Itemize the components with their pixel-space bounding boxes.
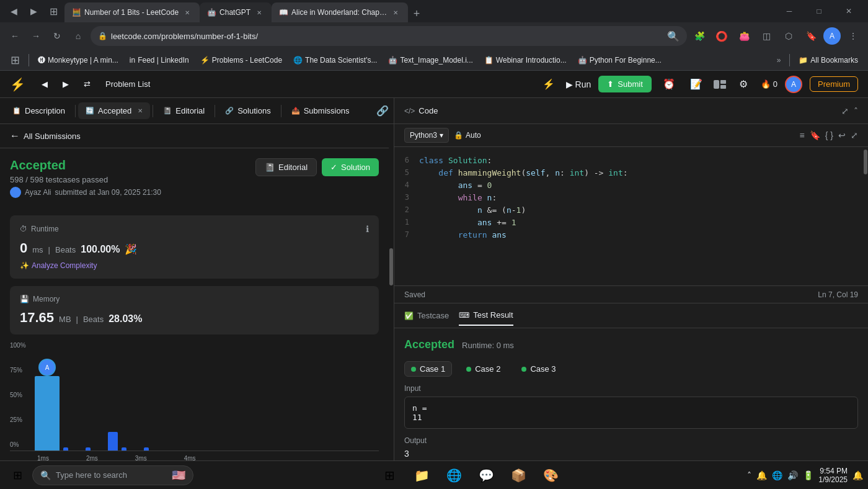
tab-close-chatgpt[interactable]: ✕ — [254, 7, 264, 17]
profile-avatar[interactable]: A — [823, 27, 841, 45]
taskbar-file-explorer[interactable]: 📁 — [409, 462, 436, 489]
apps-btn[interactable]: ⊞ — [5, 50, 25, 70]
language-selector[interactable]: Python3 ▾ — [404, 128, 449, 143]
chevron-up-icon[interactable]: ˄ — [747, 470, 751, 480]
bookmark-icon[interactable]: 🔖 — [801, 26, 821, 46]
tab-alice[interactable]: 📖 Alice in Wonderland: Chapter 1 ✕ — [272, 2, 408, 22]
nav-shuffle-btn[interactable]: ⇄ — [78, 76, 97, 92]
bookmark-python[interactable]: 🤖 Python For Beginne... — [573, 53, 666, 67]
tab-description[interactable]: 📋 Description — [5, 102, 73, 119]
browser-grid-btn[interactable]: ⊞ — [45, 2, 62, 20]
menu-btn[interactable]: ⋮ — [843, 26, 863, 46]
problem-list-btn[interactable]: Problem List — [99, 76, 156, 92]
extensions2-icon[interactable]: ⬡ — [779, 26, 799, 46]
auto-badge: 🔒 Auto — [454, 131, 481, 140]
close-btn[interactable]: ✕ — [835, 0, 863, 22]
bookmark-datascientist[interactable]: 🌐 The Data Scientist's... — [288, 53, 382, 67]
tab-chatgpt[interactable]: 🤖 ChatGPT ✕ — [200, 2, 272, 22]
refresh-btn[interactable]: ↻ — [47, 26, 67, 46]
taskbar-apps-btn[interactable]: ⊞ — [376, 462, 404, 489]
premium-button[interactable]: Premium — [810, 76, 858, 92]
share-icon[interactable]: 🔗 — [376, 105, 389, 117]
lc-profile-avatar[interactable]: A — [785, 76, 802, 93]
network-icon[interactable]: 🌐 — [772, 470, 782, 480]
taskbar-edge[interactable]: 🌐 — [441, 462, 468, 489]
nav-next-btn[interactable]: ▶ — [56, 76, 75, 92]
fullscreen-icon[interactable]: ⤢ — [851, 130, 858, 140]
analyze-complexity-link[interactable]: ✨ Analyze Complexity — [20, 261, 369, 270]
layout-btn[interactable] — [714, 80, 726, 89]
bookmark-webinar[interactable]: 📋 Webinar Introductio... — [479, 53, 572, 67]
format-icon[interactable]: { } — [825, 130, 833, 140]
tab-accepted-close[interactable]: ✕ — [138, 107, 143, 114]
code-editor[interactable]: 6 class Solution: 5 def hammingWeight(se… — [394, 147, 863, 285]
address-bar[interactable]: 🔒 leetcode.com/problems/number-of-1-bits… — [91, 26, 687, 46]
tab-testcase[interactable]: ✅ Testcase — [404, 306, 449, 325]
undo-icon[interactable]: ↩ — [838, 130, 846, 140]
browser-back-btn[interactable]: ◀ — [5, 2, 22, 20]
left-scroll-thumb[interactable] — [389, 248, 393, 285]
run-button[interactable]: ▶ Run — [566, 79, 591, 89]
taskbar-chrome[interactable]: 🎨 — [538, 462, 565, 489]
more-bookmarks-btn[interactable]: » — [772, 53, 786, 67]
all-bookmarks-btn[interactable]: 📁 All Bookmarks — [794, 53, 863, 67]
bookmark-linkedin[interactable]: in Feed | LinkedIn — [125, 53, 194, 67]
minimize-btn[interactable]: ─ — [775, 0, 804, 22]
tab-submissions[interactable]: 📤 Submissions — [284, 102, 357, 119]
code-scroll-thumb[interactable] — [864, 150, 867, 174]
bookmark-monkeytype[interactable]: 🅜 Monkeytype | A min... — [33, 53, 123, 67]
submit-button[interactable]: ⬆ Submit — [598, 76, 651, 92]
bookmark-textimage[interactable]: 🤖 Text_Image_Model.i... — [383, 53, 477, 67]
bookmark-problems[interactable]: ⚡ Problems - LeetCode — [195, 53, 287, 67]
collapse-btn[interactable]: ˄ — [854, 106, 858, 116]
list-icon[interactable]: ≡ — [800, 130, 805, 140]
tab-close-leetcode[interactable]: ✕ — [182, 7, 192, 17]
maximize-btn[interactable]: □ — [805, 0, 833, 22]
memory-unit: MB — [59, 315, 71, 324]
back-arrow-btn[interactable]: ← — [5, 26, 25, 46]
case-tab-2[interactable]: Case 2 — [459, 361, 507, 377]
forward-arrow-btn[interactable]: → — [26, 26, 46, 46]
browser-forward-btn[interactable]: ▶ — [25, 2, 42, 20]
new-tab-btn[interactable]: + — [408, 5, 425, 22]
nav-prev-btn[interactable]: ◀ — [35, 76, 54, 92]
python-icon: 🤖 — [578, 56, 587, 65]
extensions-btn[interactable]: 🧩 — [689, 26, 709, 46]
back-link[interactable]: ← All Submissions — [10, 130, 81, 141]
battery-icon[interactable]: 🔋 — [803, 470, 813, 480]
tab-leetcode[interactable]: 🧮 Number of 1 Bits - LeetCode ✕ — [64, 2, 200, 22]
tab-testresult[interactable]: ⌨ Test Result — [459, 305, 513, 326]
wallet-icon[interactable]: 👛 — [734, 26, 754, 46]
case-tab-3[interactable]: Case 3 — [515, 361, 562, 377]
sidebar-icon[interactable]: ◫ — [756, 26, 776, 46]
opera-icon[interactable]: ⭕ — [712, 26, 732, 46]
code-scrollbar[interactable] — [863, 147, 868, 285]
settings-btn[interactable]: ⚙ — [733, 74, 753, 94]
notification-bell-icon[interactable]: 🔔 — [852, 470, 863, 480]
editorial-button[interactable]: 📓 Editorial — [255, 158, 317, 176]
sound-icon[interactable]: 🔊 — [787, 470, 798, 480]
timer-btn[interactable]: ⏰ — [659, 74, 679, 94]
taskbar-store[interactable]: 📦 — [505, 462, 533, 489]
time-area[interactable]: 9:54 PM 1/9/2025 — [818, 467, 848, 484]
tab-solutions[interactable]: 🔗 Solutions — [218, 102, 278, 119]
note-btn[interactable]: 📝 — [686, 74, 706, 94]
left-scrollbar[interactable] — [389, 124, 394, 489]
home-btn[interactable]: ⌂ — [68, 26, 88, 46]
bookmark2-icon[interactable]: 🔖 — [810, 130, 820, 140]
taskbar-search[interactable]: 🔍 Type here to search 🇺🇸 — [32, 465, 193, 485]
lc-header: ⚡ ◀ ▶ ⇄ Problem List ⚡ ▶ Run ⬆ Submit ⏰ … — [0, 71, 868, 98]
bolt-icon-btn[interactable]: ⚡ — [539, 74, 559, 94]
solution-button[interactable]: ✓ Solution — [322, 158, 379, 176]
expand-btn[interactable]: ⤢ — [841, 106, 849, 116]
notification-icon[interactable]: 🔔 — [756, 470, 767, 480]
tab-close-alice[interactable]: ✕ — [391, 7, 401, 17]
tab-accepted[interactable]: 🔄 Accepted ✕ — [78, 102, 150, 119]
case-tab-1[interactable]: Case 1 — [404, 361, 452, 377]
tab-editorial[interactable]: 📓 Editorial — [156, 102, 212, 119]
start-button[interactable]: ⊞ — [5, 464, 30, 487]
line-num-2: 2 — [394, 204, 419, 217]
runtime-info-icon[interactable]: ℹ — [366, 224, 369, 234]
taskbar-slack[interactable]: 💬 — [473, 462, 500, 489]
lc-logo[interactable]: ⚡ — [10, 77, 25, 92]
